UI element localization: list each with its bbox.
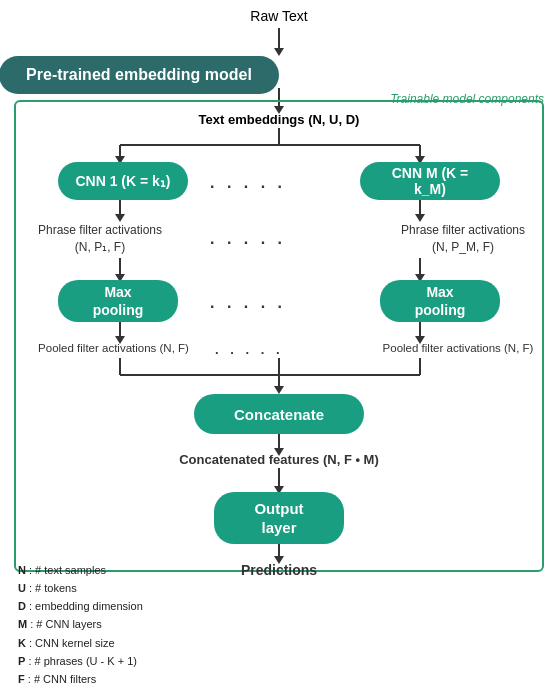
concat-box: Concatenate [194, 394, 364, 434]
pooled1-label: Pooled filter activations (N, F) [16, 342, 211, 354]
svg-marker-1 [274, 48, 284, 56]
pretrained-box: Pre-trained embedding model [0, 56, 279, 94]
cnnM-box: CNN M (K = k_M) [360, 162, 500, 200]
cnn1-box: CNN 1 (K = k₁) [58, 162, 188, 200]
phrase-filter-dots: . . . . . [210, 230, 286, 248]
maxpoolM-box: Max pooling [380, 280, 500, 322]
maxpool-dots: . . . . . [210, 294, 286, 312]
maxpool1-box: Max pooling [58, 280, 178, 322]
concat-features-label: Concatenated features (N, F • M) [0, 452, 558, 467]
pooledM-label: Pooled filter activations (N, F) [368, 342, 548, 354]
phrase-filter1-label: Phrase filter activations (N, P₁, F) [30, 222, 170, 256]
phrase-filterM-label: Phrase filter activations (N, P_M, F) [388, 222, 538, 256]
text-embed-label: Text embeddings (N, U, D) [0, 112, 558, 127]
pooled-dots: . . . . . [215, 342, 284, 357]
legend: N : # text samples U : # tokens D : embe… [18, 561, 143, 688]
raw-text-label: Raw Text [0, 8, 558, 24]
output-box: Output layer [214, 492, 344, 544]
cnn-dots: . . . . . [210, 174, 286, 192]
diagram-container: Raw Text Pre-trained embedding model Tra… [0, 0, 558, 696]
